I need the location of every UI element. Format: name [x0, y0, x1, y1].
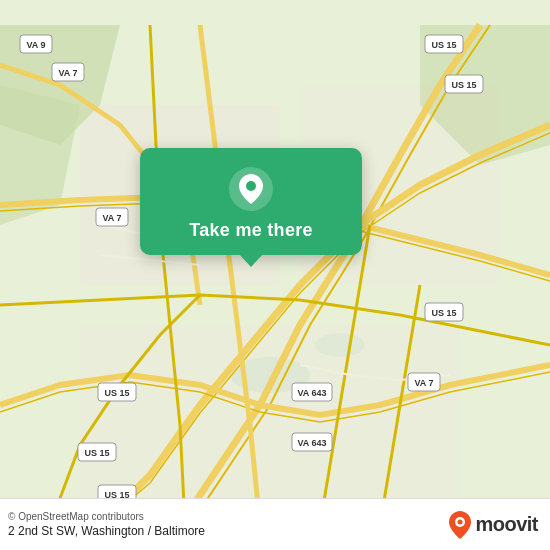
svg-point-32 — [246, 181, 256, 191]
address-label: 2 2nd St SW, Washington / Baltimore — [8, 524, 205, 538]
take-me-there-button[interactable]: Take me there — [189, 220, 313, 241]
map-roads: VA 9 VA 7 US 15 US 15 VA 7 US 15 VA 7 US… — [0, 0, 550, 550]
svg-text:US 15: US 15 — [431, 40, 456, 50]
svg-point-34 — [458, 519, 463, 524]
map-container: VA 9 VA 7 US 15 US 15 VA 7 US 15 VA 7 US… — [0, 0, 550, 550]
moovit-logo: moovit — [449, 511, 538, 539]
popup-card[interactable]: Take me there — [140, 148, 362, 255]
svg-text:VA 7: VA 7 — [414, 378, 433, 388]
osm-attribution: © OpenStreetMap contributors — [8, 511, 205, 522]
location-pin-icon — [228, 166, 274, 212]
svg-text:VA 9: VA 9 — [26, 40, 45, 50]
svg-text:US 15: US 15 — [451, 80, 476, 90]
svg-text:VA 7: VA 7 — [58, 68, 77, 78]
svg-text:VA 7: VA 7 — [102, 213, 121, 223]
bottom-bar: © OpenStreetMap contributors 2 2nd St SW… — [0, 498, 550, 550]
svg-text:US 15: US 15 — [431, 308, 456, 318]
moovit-brand-text: moovit — [475, 513, 538, 536]
svg-text:US 15: US 15 — [84, 448, 109, 458]
svg-text:US 15: US 15 — [104, 388, 129, 398]
svg-text:VA 643: VA 643 — [297, 388, 326, 398]
bottom-bar-left: © OpenStreetMap contributors 2 2nd St SW… — [8, 511, 205, 538]
svg-rect-5 — [80, 325, 460, 505]
moovit-pin-icon — [449, 511, 471, 539]
svg-text:VA 643: VA 643 — [297, 438, 326, 448]
